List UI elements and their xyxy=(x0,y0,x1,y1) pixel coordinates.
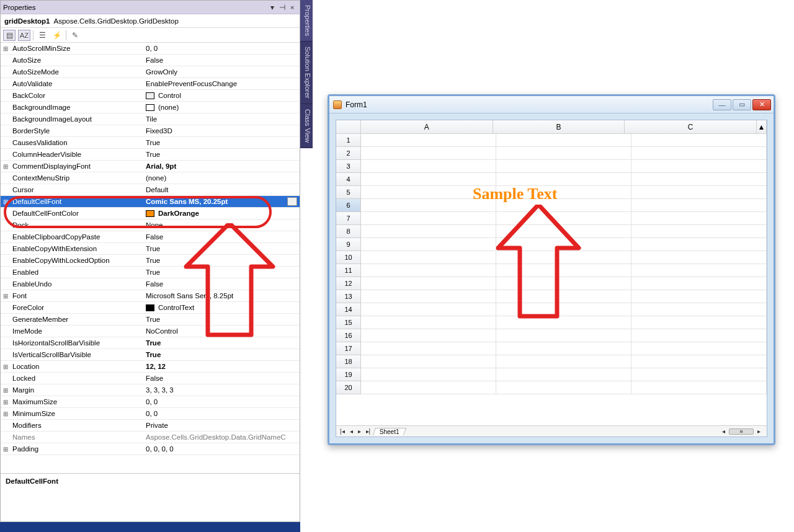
grid-cell[interactable] xyxy=(496,160,631,173)
grid-cell[interactable] xyxy=(361,316,496,329)
autohide-pin-icon[interactable]: ⊣ xyxy=(277,3,287,12)
property-value[interactable]: False xyxy=(143,233,287,241)
expand-icon[interactable]: ⊞ xyxy=(1,387,10,394)
grid-cell[interactable] xyxy=(361,173,496,186)
row-header[interactable]: 7 xyxy=(336,212,361,225)
grid-cell[interactable] xyxy=(496,381,631,394)
column-header-c[interactable]: C xyxy=(625,120,757,134)
row-header[interactable]: 16 xyxy=(336,329,361,342)
grid-cell[interactable] xyxy=(496,277,631,290)
grid-cell[interactable] xyxy=(361,381,496,394)
grid-cell[interactable] xyxy=(496,316,631,329)
row-header[interactable]: 2 xyxy=(336,147,361,160)
row-header[interactable]: 11 xyxy=(336,264,361,277)
grid-cell[interactable] xyxy=(361,238,496,251)
grid-cell[interactable] xyxy=(496,329,631,342)
property-row[interactable]: ModifiersPrivate xyxy=(1,420,300,432)
expand-icon[interactable]: ⊞ xyxy=(1,399,10,406)
expand-icon[interactable]: ⊞ xyxy=(1,163,10,170)
grid-cell[interactable] xyxy=(631,368,767,381)
grid-cell[interactable] xyxy=(631,303,767,316)
property-row[interactable]: EnableCopyWithLockedOptionTrue xyxy=(1,255,300,267)
side-tab-properties[interactable]: Properties xyxy=(300,0,313,42)
grid-cell[interactable] xyxy=(361,147,496,160)
property-row[interactable]: ⊞Location12, 12 xyxy=(1,361,300,373)
sheet-tab[interactable]: Sheet1 xyxy=(373,428,406,435)
property-value[interactable]: False xyxy=(143,280,287,288)
row-header[interactable]: 5 xyxy=(336,186,361,199)
ellipsis-button[interactable]: ... xyxy=(287,197,297,206)
row-header[interactable]: 1 xyxy=(336,134,361,147)
alphabetical-button[interactable]: AZ xyxy=(18,30,30,41)
grid-cell[interactable] xyxy=(496,368,631,381)
column-header-a[interactable]: A xyxy=(361,120,493,134)
row-header[interactable]: 18 xyxy=(336,355,361,368)
property-value[interactable]: 0, 0 xyxy=(143,398,287,406)
property-value[interactable]: (none) xyxy=(143,174,287,182)
grid-cell[interactable] xyxy=(631,186,767,199)
property-value[interactable]: NoControl xyxy=(143,327,287,335)
properties-button[interactable]: ☰ xyxy=(36,30,48,41)
grid-cell[interactable] xyxy=(631,355,767,368)
property-value[interactable]: Arial, 9pt xyxy=(143,162,287,170)
property-row[interactable]: ⊞MaximumSize0, 0 xyxy=(1,396,300,408)
grid-cell[interactable] xyxy=(496,303,631,316)
property-value[interactable]: (none) xyxy=(143,104,287,111)
grid-cell[interactable] xyxy=(631,381,767,394)
property-row[interactable]: BackgroundImageLayoutTile xyxy=(1,113,300,125)
last-sheet-button[interactable]: ▸| xyxy=(365,428,372,435)
window-titlebar[interactable]: Form1 — ▭ ✕ xyxy=(329,96,774,113)
grid-cell[interactable] xyxy=(631,264,767,277)
grid-cell[interactable] xyxy=(496,355,631,368)
expand-icon[interactable]: ⊞ xyxy=(1,198,10,205)
property-row[interactable]: ⊞MinimumSize0, 0 xyxy=(1,408,300,420)
property-row[interactable]: IsVerticalScrollBarVisibleTrue xyxy=(1,349,300,361)
grid-cell[interactable] xyxy=(631,329,767,342)
row-header[interactable]: 3 xyxy=(336,160,361,173)
grid-cell[interactable] xyxy=(361,199,496,212)
property-row[interactable]: ⊞DefaultCellFontComic Sans MS, 20.25pt..… xyxy=(1,196,300,208)
property-value[interactable]: Default xyxy=(143,186,287,193)
scroll-right-button[interactable]: ▸ xyxy=(756,428,762,435)
property-value[interactable]: 0, 0 xyxy=(143,410,287,417)
grid-cell[interactable] xyxy=(631,199,767,212)
events-button[interactable]: ⚡ xyxy=(51,30,63,41)
row-header[interactable]: 19 xyxy=(336,368,361,381)
scroll-thumb[interactable]: III xyxy=(729,428,754,435)
grid-cell[interactable] xyxy=(496,264,631,277)
grid-cell[interactable] xyxy=(361,368,496,381)
grid-cell[interactable] xyxy=(361,212,496,225)
grid-cell[interactable] xyxy=(631,277,767,290)
property-row[interactable]: EnableCopyWithExtensionTrue xyxy=(1,243,300,255)
column-header-b[interactable]: B xyxy=(493,120,625,134)
grid-cell[interactable] xyxy=(361,264,496,277)
object-selector[interactable]: gridDesktop1 Aspose.Cells.GridDesktop.Gr… xyxy=(1,14,300,28)
next-sheet-button[interactable]: ▸ xyxy=(357,428,362,435)
grid-cell[interactable] xyxy=(496,186,631,199)
row-header[interactable]: 8 xyxy=(336,225,361,238)
row-header[interactable]: 14 xyxy=(336,303,361,316)
row-header[interactable]: 15 xyxy=(336,316,361,329)
grid-cell[interactable] xyxy=(631,212,767,225)
property-value[interactable]: True xyxy=(143,316,287,323)
property-value[interactable]: True xyxy=(143,339,287,347)
property-value[interactable]: 3, 3, 3, 3 xyxy=(143,386,287,394)
row-header[interactable]: 10 xyxy=(336,251,361,264)
row-header[interactable]: 12 xyxy=(336,277,361,290)
expand-icon[interactable]: ⊞ xyxy=(1,293,10,299)
maximize-button[interactable]: ▭ xyxy=(733,99,751,110)
property-value[interactable]: Comic Sans MS, 20.25pt xyxy=(143,198,287,205)
grid-cell[interactable] xyxy=(631,251,767,264)
property-row[interactable]: AutoSizeFalse xyxy=(1,55,300,66)
grid-cell[interactable] xyxy=(361,303,496,316)
side-tab-solution-explorer[interactable]: Solution Explorer xyxy=(300,42,313,104)
property-value[interactable]: 0, 0, 0, 0 xyxy=(143,445,287,453)
property-value[interactable]: 12, 12 xyxy=(143,363,287,370)
property-value[interactable]: False xyxy=(143,375,287,382)
property-value[interactable]: Microsoft Sans Serif, 8.25pt xyxy=(143,292,287,299)
property-value[interactable]: EnablePreventFocusChange xyxy=(143,80,287,87)
minimize-button[interactable]: — xyxy=(713,99,731,110)
grid-cell[interactable] xyxy=(361,290,496,303)
grid-cell[interactable] xyxy=(631,134,767,147)
property-row[interactable]: ForeColorControlText xyxy=(1,302,300,314)
